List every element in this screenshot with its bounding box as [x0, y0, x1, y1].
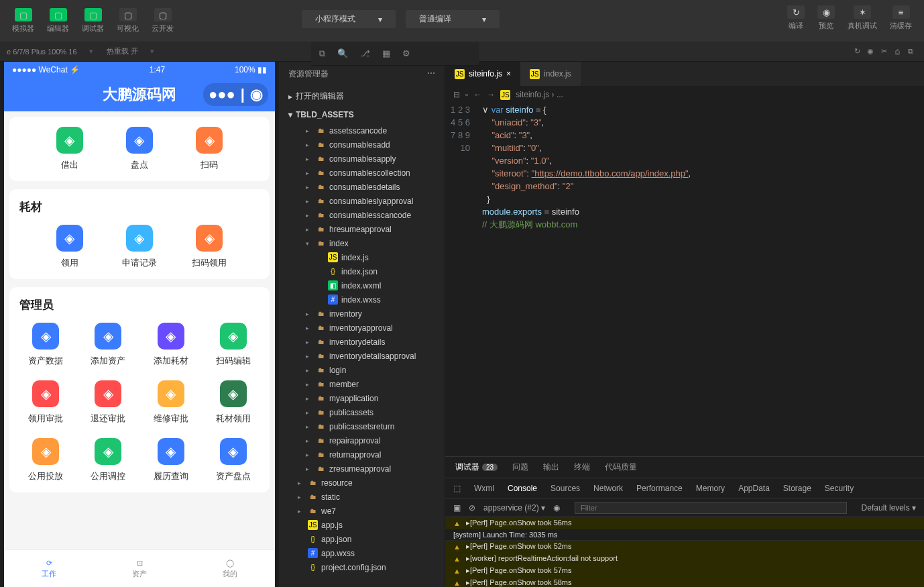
editor-tab[interactable]: JSindex.js — [520, 62, 581, 86]
module-icon[interactable]: ▦ — [382, 48, 390, 58]
clear-icon[interactable]: ⊘ — [469, 503, 475, 513]
tab-item[interactable]: ⊡资产 — [95, 550, 185, 587]
screenshot-icon[interactable]: ⎙ — [890, 45, 904, 58]
devtool-tab[interactable]: Network — [593, 484, 623, 493]
devtool-tab[interactable]: Storage — [783, 484, 811, 493]
app-icon[interactable]: ◈盘点 — [106, 127, 172, 171]
tree-item[interactable]: ▸🖿hresumeapproval — [279, 222, 445, 236]
context-select[interactable]: appservice (#2) ▾ — [483, 503, 545, 513]
search-icon[interactable]: 🔍 — [337, 48, 348, 58]
filter-input[interactable] — [575, 502, 847, 514]
save-icon[interactable]: ▫ — [465, 90, 468, 99]
root-folder[interactable]: ▾ TBLD_ASSETS — [279, 106, 445, 123]
toolbar-btn[interactable]: ▢云开发 — [146, 8, 179, 34]
toolbar-right-btn[interactable]: ≡清缓存 — [884, 5, 917, 31]
debug-tab[interactable]: 代码质量 — [605, 462, 637, 473]
app-icon[interactable]: ◈资产盘点 — [204, 438, 263, 482]
app-icon[interactable]: ◈领用 — [36, 225, 103, 269]
tree-item[interactable]: ▸🖿myapplication — [279, 391, 445, 405]
branch-icon[interactable]: ⎇ — [360, 48, 370, 58]
devtool-tab[interactable]: Console — [508, 484, 537, 493]
tree-item[interactable]: ▾🖿index — [279, 236, 445, 250]
more-icon[interactable]: ⋯ — [427, 68, 435, 80]
tree-item[interactable]: ▸🖿consumablesscancode — [279, 208, 445, 222]
device-label[interactable]: e 6/7/8 Plus 100% 16 — [7, 48, 77, 56]
app-icon[interactable]: ◈申请记录 — [106, 225, 172, 269]
open-editors[interactable]: ▸ 打开的编辑器 — [279, 87, 445, 106]
settings-icon[interactable]: ⚙ — [402, 48, 410, 58]
tab-item[interactable]: ⟳工作 — [4, 550, 95, 587]
tree-item[interactable]: ▸🖿assetsscancode — [279, 123, 445, 138]
nav-fwd-icon[interactable]: → — [487, 90, 495, 99]
devtool-tab[interactable]: Security — [825, 484, 854, 493]
toolbar-btn[interactable]: ▢可视化 — [111, 8, 144, 34]
tree-item[interactable]: ▸🖿consumablesadd — [279, 138, 445, 152]
app-icon[interactable]: ◈添加耗材 — [141, 323, 200, 367]
tree-item[interactable]: JSapp.js — [279, 518, 445, 532]
debug-tab[interactable]: 问题 — [512, 462, 528, 473]
mode-select[interactable]: 小程序模式▾ — [302, 10, 396, 28]
hot-reload[interactable]: 热重载 开 — [107, 46, 138, 56]
close-icon[interactable]: × — [506, 69, 511, 78]
debug-tab[interactable]: 终端 — [574, 462, 590, 473]
compile-select[interactable]: 普通编译▾ — [406, 10, 500, 28]
app-icon[interactable]: ◈履历查询 — [141, 438, 200, 482]
tab-item[interactable]: ◯我的 — [184, 550, 275, 587]
back-icon[interactable]: ⊟ — [453, 90, 460, 99]
record-icon[interactable]: ◉ — [864, 45, 877, 58]
tree-item[interactable]: ▸🖿inventoryapproval — [279, 321, 445, 335]
app-icon[interactable]: ◈扫码 — [176, 127, 243, 171]
tree-item[interactable]: ▸🖿publicassets — [279, 405, 445, 419]
tree-item[interactable]: ▸🖿we7 — [279, 504, 445, 518]
debug-tab[interactable]: 输出 — [543, 462, 559, 473]
refresh-icon[interactable]: ↻ — [850, 45, 864, 58]
cut-icon[interactable]: ✂ — [877, 45, 890, 58]
toolbar-right-btn[interactable]: ↻编译 — [782, 5, 810, 31]
popout-icon[interactable]: ⧉ — [904, 45, 917, 58]
tree-item[interactable]: {}project.config.json — [279, 560, 445, 574]
tree-item[interactable]: ▸🖿consumablescollection — [279, 166, 445, 180]
tree-item[interactable]: ◧index.wxml — [279, 278, 445, 292]
tree-item[interactable]: #app.wxss — [279, 546, 445, 560]
tree-item[interactable]: ▸🖿inventorydetailsapproval — [279, 349, 445, 363]
app-icon[interactable]: ◈公用调控 — [78, 438, 137, 482]
inspect-icon[interactable]: ⬚ — [453, 484, 461, 493]
app-icon[interactable]: ◈添加资产 — [78, 323, 137, 367]
files-icon[interactable]: ⧉ — [319, 48, 325, 59]
eye-icon[interactable]: ◉ — [553, 503, 560, 513]
tree-item[interactable]: ▸🖿publicassetsreturn — [279, 419, 445, 433]
tree-item[interactable]: ▸🖿returnapproval — [279, 447, 445, 462]
tree-item[interactable]: ▸🖿zresumeapproval — [279, 462, 445, 476]
tree-item[interactable]: ▸🖿consumablesapply — [279, 152, 445, 166]
app-icon[interactable]: ◈扫码领用 — [176, 225, 243, 269]
app-icon[interactable]: ◈借出 — [36, 127, 103, 171]
app-icon[interactable]: ◈扫码编辑 — [204, 323, 263, 367]
tree-item[interactable]: ▸🖿member — [279, 377, 445, 391]
toolbar-right-btn[interactable]: ◉预览 — [812, 5, 840, 31]
devtool-tab[interactable]: Wxml — [474, 484, 494, 493]
devtool-tab[interactable]: AppData — [738, 484, 770, 493]
app-icon[interactable]: ◈维修审批 — [141, 380, 200, 425]
tree-item[interactable]: ▸🖿inventorydetails — [279, 335, 445, 349]
tree-item[interactable]: ▸🖿resource — [279, 476, 445, 490]
toolbar-btn[interactable]: ▢模拟器 — [7, 8, 40, 34]
app-icon[interactable]: ◈领用审批 — [16, 380, 75, 425]
app-icon[interactable]: ◈退还审批 — [78, 380, 137, 425]
pause-icon[interactable]: ▣ — [453, 503, 461, 513]
devtool-tab[interactable]: Performance — [636, 484, 683, 493]
app-icon[interactable]: ◈公用投放 — [16, 438, 75, 482]
tree-item[interactable]: ▸🖿consumableslyapproval — [279, 194, 445, 208]
devtool-tab[interactable]: Memory — [696, 484, 725, 493]
tree-item[interactable]: ▸🖿repairapproval — [279, 433, 445, 447]
tree-item[interactable]: ▸🖿inventory — [279, 307, 445, 321]
tree-item[interactable]: ▸🖿login — [279, 363, 445, 377]
debug-tab[interactable]: 调试器23 — [455, 462, 498, 473]
toolbar-right-btn[interactable]: ✶真机调试 — [842, 5, 882, 31]
capsule[interactable]: ●●●|◉ — [203, 83, 268, 106]
code-editor[interactable]: 1 2 3 4 5 6 7 8 9 10 ∨ var siteinfo = { … — [445, 103, 924, 456]
app-icon[interactable]: ◈耗材领用 — [204, 380, 263, 425]
app-icon[interactable]: ◈资产数据 — [16, 323, 75, 367]
toolbar-btn[interactable]: ▢调试器 — [76, 8, 109, 34]
breadcrumb[interactable]: ⊟ ▫ ← → JS siteinfo.js › ... — [445, 86, 924, 103]
levels-select[interactable]: Default levels ▾ — [862, 503, 916, 513]
